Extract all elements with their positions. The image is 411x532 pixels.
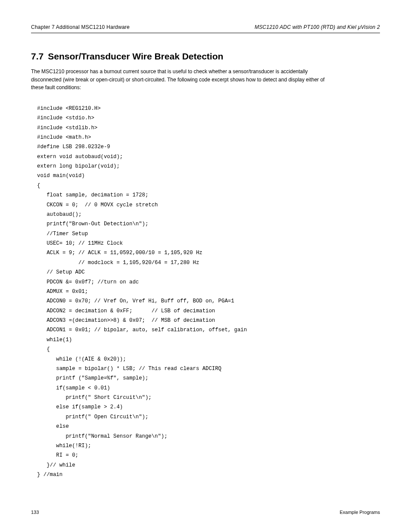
section-title-text: Sensor/Transducer Wire Break Detection — [48, 51, 223, 61]
header-right: MSC1210 ADC with PT100 (RTD) and Kiel μV… — [255, 24, 380, 30]
page-footer: 133 Example Programs — [31, 510, 380, 515]
mu-glyph: μ — [358, 24, 361, 30]
footer-page-number: 133 — [31, 510, 39, 515]
section-number: 7.7 — [31, 51, 44, 61]
footer-section-label: Example Programs — [339, 510, 380, 515]
code-listing: #include <REG1210.H> #include <stdio.h> … — [37, 104, 380, 480]
section-paragraph: The MSC1210 processor has a burnout curr… — [31, 68, 333, 92]
header-rule — [31, 33, 380, 33]
section-heading: 7.7Sensor/Transducer Wire Break Detectio… — [31, 51, 380, 62]
header-right-suffix: Vision 2 — [361, 24, 380, 30]
header-right-prefix: MSC1210 ADC with PT100 (RTD) and Kiel — [255, 24, 358, 30]
page: Chapter 7 Additional MSC1210 Hardware MS… — [0, 0, 411, 532]
running-header: Chapter 7 Additional MSC1210 Hardware MS… — [31, 24, 380, 30]
header-left: Chapter 7 Additional MSC1210 Hardware — [31, 24, 130, 30]
